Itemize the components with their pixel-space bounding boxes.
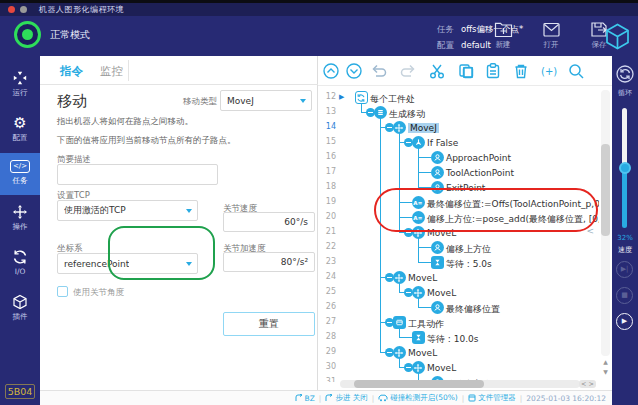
assign-icon: A= [412, 211, 425, 224]
open-task-button[interactable]: 打开 [534, 21, 568, 50]
window-title: 机器人图形化编程环境 [39, 4, 124, 15]
collapse-dot[interactable] [404, 138, 413, 147]
loop-mode-icon[interactable] [615, 64, 635, 88]
tree-node-label: ApproachPoint [446, 153, 511, 163]
tree-row[interactable]: 21MoveL [318, 225, 599, 240]
collapse-dot[interactable] [404, 288, 413, 297]
scroll-down-icon[interactable]: ▼ [601, 368, 610, 375]
copy-icon[interactable] [457, 62, 475, 80]
tree-node-label: MoveL [408, 348, 437, 358]
collapse-dot[interactable] [404, 228, 413, 237]
brand-logo-icon [605, 23, 630, 54]
line-number: 15 [318, 137, 336, 146]
undo-icon[interactable] [370, 62, 388, 80]
tree-row[interactable]: 26最终偏移位置 [318, 300, 599, 315]
tree-hscrollbar-track[interactable] [340, 380, 580, 388]
sidebar-item-io[interactable]: I/O [0, 244, 40, 286]
collapse-dot[interactable] [385, 123, 394, 132]
chevron-down-icon [300, 99, 306, 103]
sidebar-item-task[interactable]: </> 任务 [0, 153, 40, 195]
tree-hscrollbar-thumb[interactable] [354, 380, 484, 388]
play-button[interactable]: ▶ [616, 313, 633, 330]
line-number: 21 [318, 227, 336, 236]
loop-label: 循环 [612, 88, 638, 98]
tab-divider [128, 60, 129, 81]
tree-row[interactable]: 24MoveL [318, 270, 599, 285]
redo-icon[interactable] [399, 62, 417, 80]
frame-select[interactable]: referencePoint [57, 253, 198, 274]
collapse-dot[interactable] [385, 273, 394, 282]
tree-row[interactable]: 20A=偏移上方位:=pose_add(最终偏移位置, [0,0,0. [318, 210, 599, 225]
collapse-dot[interactable] [404, 363, 413, 372]
sidebar-item-run[interactable]: 运行 [0, 65, 40, 107]
status-bz[interactable]: BZ [295, 394, 315, 403]
tree-vscrollbar-thumb[interactable] [601, 144, 610, 236]
sidebar-item-config[interactable]: ⚙ 配置 [0, 110, 40, 152]
tree-row[interactable]: 14MoveJ [318, 120, 599, 135]
new-task-button[interactable]: 新建 [486, 21, 520, 50]
stop-button[interactable]: ■ [616, 287, 633, 304]
tree-row[interactable]: 25MoveL [318, 285, 599, 300]
tree-connector [418, 247, 431, 248]
move-type-select[interactable]: MoveJ [220, 90, 312, 111]
insert-variable-icon[interactable]: (+) [539, 62, 557, 80]
joint-accel-value: 80°/s² [281, 257, 308, 267]
new-button-label: 新建 [486, 40, 520, 50]
status-file-manager[interactable]: 文件管理器 [468, 393, 516, 403]
collapse-all-icon[interactable] [322, 62, 340, 80]
status-bar: BZ | 步进 关闭 | 碰撞检测开启(50%) | 文件管理器 | 2025-… [40, 390, 612, 405]
tree-row[interactable]: 18ExitPoint [318, 180, 599, 195]
reset-button[interactable]: 重置 [223, 312, 315, 336]
curved-arrow-icon [295, 394, 303, 402]
cut-icon[interactable] [428, 62, 446, 80]
tree-row[interactable]: 22偏移上方位 [318, 240, 599, 255]
panel-collapse-icon[interactable]: < [586, 226, 594, 236]
tree-row[interactable]: 19A=最终偏移位置:=Offs(ToolActionPoint_p,0,0,d… [318, 195, 599, 210]
tree-row[interactable]: 17ToolActionPoint [318, 165, 599, 180]
step-forward-button[interactable]: ▶| [616, 261, 633, 278]
hscroll-arrows[interactable]: < > [579, 380, 596, 388]
tree-connector [399, 337, 412, 338]
search-icon[interactable] [567, 62, 585, 80]
joint-accel-input[interactable]: 80°/s² [223, 252, 315, 272]
tree-row[interactable]: 28等待 : 10.0s [318, 330, 599, 345]
sidebar-item-operate[interactable]: 操作 [0, 199, 40, 241]
collapse-dot[interactable] [385, 318, 394, 327]
task-key: 任务 [437, 24, 454, 36]
paste-icon[interactable] [484, 62, 502, 80]
config-key: 配置 [437, 40, 454, 52]
speed-slider-thumb[interactable] [619, 162, 631, 174]
robot-id-badge: 5B04 [5, 384, 35, 399]
form-description-2: 下面的值将应用到当前移动节点所有的子路点。 [57, 135, 236, 147]
collapse-dot[interactable] [385, 348, 394, 357]
step-arrow-icon [325, 394, 333, 402]
status-step-mode[interactable]: 步进 关闭 [325, 393, 367, 403]
expand-all-icon[interactable] [345, 62, 363, 80]
tree-row[interactable]: 16ApproachPoint [318, 150, 599, 165]
scroll-up-icon[interactable]: ▲ [601, 358, 610, 365]
tree-row[interactable]: 23等待 : 5.0s [318, 255, 599, 270]
tree-row[interactable]: 30MoveL [318, 360, 599, 375]
tree-row[interactable]: 27工具动作 [318, 315, 599, 330]
line-number: 13 [318, 107, 336, 116]
line-number: 26 [318, 302, 336, 311]
sidebar-label: 配置 [0, 133, 40, 143]
tcp-select[interactable]: 使用激活的TCP [57, 200, 198, 221]
tab-monitor[interactable]: 监控 [100, 64, 123, 79]
tree-connector [380, 118, 381, 353]
brief-input[interactable] [57, 164, 218, 185]
close-window-icon[interactable] [8, 6, 15, 13]
mode-label: 正常模式 [50, 28, 90, 42]
tree-node-label: 最终偏移位置:=Offs(ToolActionPoint_p,0,0,d2 [427, 198, 599, 211]
tree-row[interactable]: 29MoveL [318, 345, 599, 360]
minimize-window-icon[interactable] [20, 6, 27, 13]
delete-icon[interactable] [512, 62, 530, 80]
form-title: 移动 [57, 92, 87, 111]
status-collision[interactable]: 碰撞检测开启(50%) [378, 393, 458, 403]
tree-row[interactable]: 15If False [318, 135, 599, 150]
collapse-dot[interactable] [366, 108, 375, 117]
use-joint-angle-checkbox[interactable] [57, 286, 68, 297]
joint-speed-input[interactable]: 60°/s [223, 212, 315, 232]
tab-command[interactable]: 指令 [60, 64, 83, 79]
sidebar-item-plugin[interactable]: 插件 [0, 289, 40, 331]
